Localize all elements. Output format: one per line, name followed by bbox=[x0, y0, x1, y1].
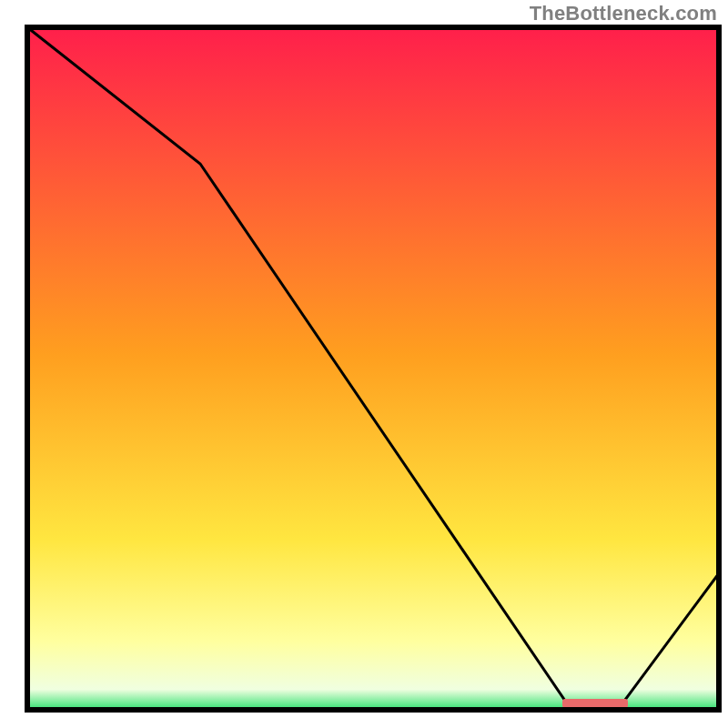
chart-background-gradient bbox=[27, 27, 719, 710]
chart-svg bbox=[0, 0, 728, 728]
bottleneck-chart: TheBottleneck.com bbox=[0, 0, 728, 728]
optimal-zone-marker bbox=[562, 699, 628, 708]
watermark-text: TheBottleneck.com bbox=[530, 2, 717, 25]
